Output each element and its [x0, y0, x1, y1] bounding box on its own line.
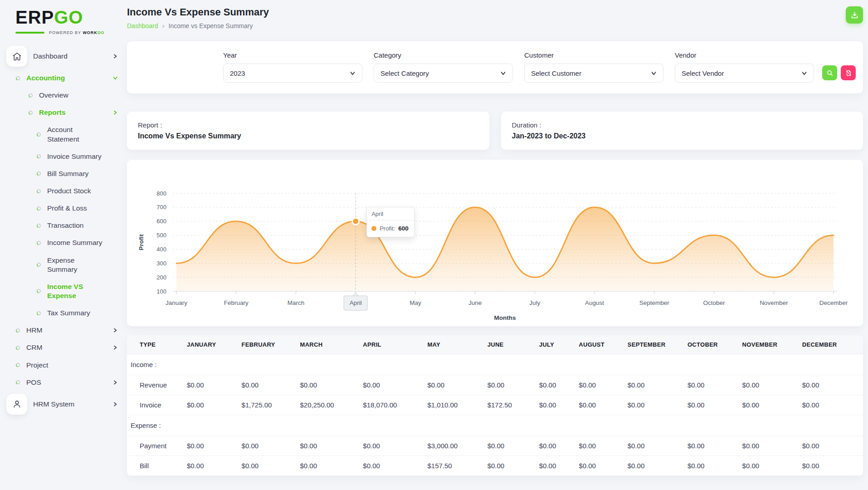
- sidebar-item-hrm-system[interactable]: HRM System: [0, 391, 127, 417]
- sidebar-item-overview[interactable]: Overview: [0, 87, 127, 104]
- apply-filter-button[interactable]: [822, 65, 837, 80]
- chevron-down-icon: [350, 70, 356, 76]
- table-section-row: Income :: [127, 354, 863, 375]
- svg-text:400: 400: [156, 246, 166, 253]
- svg-text:600: 600: [156, 218, 166, 225]
- sidebar-item-dashboard[interactable]: Dashboard: [0, 43, 127, 69]
- brand-underline: [15, 32, 44, 34]
- sidebar-item-label: Overview: [39, 91, 68, 100]
- main-content: Income Vs Expense Summary Dashboard › In…: [127, 0, 868, 490]
- cell-value: $0.00: [536, 436, 575, 456]
- sidebar-item-tax-summary[interactable]: Tax Summary: [0, 304, 127, 322]
- year-select[interactable]: 2023: [223, 64, 362, 83]
- cell-value: $0.00: [359, 375, 424, 395]
- brand-logo[interactable]: ERPGO: [0, 5, 127, 27]
- sidebar-item-expense-summary[interactable]: Expense Summary: [0, 252, 127, 278]
- cell-value: $0.00: [739, 436, 799, 456]
- sidebar-item-label: POS: [26, 378, 41, 387]
- x-axis-label: November: [760, 299, 788, 306]
- sidebar-item-label: Invoice Summary: [47, 152, 102, 161]
- category-select-value: Select Category: [380, 69, 429, 77]
- vendor-select[interactable]: Select Vendor: [675, 64, 814, 83]
- sidebar-item-label: HRM: [26, 326, 42, 335]
- cell-value: $0.00: [684, 375, 739, 395]
- sidebar-item-account-statement[interactable]: Account Statement: [0, 121, 127, 147]
- cell-value: $0.00: [238, 375, 297, 395]
- chart-tooltip: April Profit: 600: [366, 207, 414, 237]
- column-header-type: TYPE: [127, 335, 183, 354]
- svg-text:800: 800: [156, 190, 166, 197]
- column-header-april: APRIL: [359, 335, 424, 354]
- chevron-right-icon: [112, 328, 118, 333]
- cell-value: $0.00: [297, 375, 360, 395]
- x-axis-label: May: [410, 299, 421, 306]
- cell-value: $0.00: [575, 436, 624, 456]
- ring-icon: [36, 154, 41, 159]
- cell-value: $0.00: [424, 375, 483, 395]
- reset-filter-button[interactable]: [841, 65, 856, 80]
- profit-area-chart[interactable]: 100200300400500600700800JanuaryFebruaryM…: [134, 166, 858, 324]
- sidebar-item-pos[interactable]: POS: [0, 374, 127, 391]
- sidebar-item-reports[interactable]: Reports: [0, 104, 127, 121]
- sidebar-item-product-stock[interactable]: Product Stock: [0, 182, 127, 200]
- ring-icon: [28, 93, 33, 98]
- cell-value: $1,725.00: [238, 395, 297, 415]
- sidebar-item-label: Product Stock: [47, 186, 91, 196]
- chevron-right-icon: [112, 54, 118, 59]
- customer-label: Customer: [524, 51, 663, 59]
- income-expense-table-card: TYPEJANUARYFEBRUARYMARCHAPRILMAYJUNEJULY…: [127, 335, 863, 476]
- sidebar-menu: DashboardAccountingOverviewReportsAccoun…: [0, 43, 127, 417]
- page-header: Income Vs Expense Summary Dashboard › In…: [127, 6, 863, 29]
- x-axis-label: April: [350, 299, 362, 306]
- powered-by-label: Powered By: [49, 30, 81, 35]
- brand-logo-erp: ERP: [15, 7, 54, 27]
- sidebar-item-income-vs-expense[interactable]: Income VS Expense: [0, 278, 127, 304]
- vendor-select-value: Select Vendor: [682, 69, 724, 77]
- summary-cards: Report : Income Vs Expense Summary Durat…: [127, 112, 863, 150]
- user-icon: [6, 394, 27, 415]
- category-select[interactable]: Select Category: [374, 64, 513, 83]
- sidebar-item-bill-summary[interactable]: Bill Summary: [0, 165, 127, 182]
- duration-card: Duration : Jan-2023 to Dec-2023: [501, 112, 863, 150]
- column-header-march: MARCH: [297, 335, 360, 354]
- breadcrumb-separator-icon: ›: [162, 22, 165, 29]
- column-header-january: JANUARY: [183, 335, 238, 354]
- cell-value: $0.00: [359, 456, 424, 476]
- cell-value: $0.00: [799, 375, 863, 395]
- breadcrumb-dashboard-link[interactable]: Dashboard: [127, 22, 158, 29]
- ring-icon: [36, 206, 41, 211]
- cell-value: $0.00: [799, 395, 863, 415]
- sidebar-item-accounting[interactable]: Accounting: [0, 69, 127, 87]
- cell-value: $0.00: [536, 375, 575, 395]
- cell-value: $0.00: [799, 456, 863, 476]
- breadcrumb-current: Income vs Expense Summary: [169, 22, 253, 29]
- ring-icon: [15, 345, 20, 350]
- sidebar-item-income-summary[interactable]: Income Summary: [0, 234, 127, 251]
- cell-value: $0.00: [684, 395, 739, 415]
- series-dot-icon: [371, 226, 376, 231]
- customer-select[interactable]: Select Customer: [524, 64, 663, 83]
- sidebar-item-project[interactable]: Project: [0, 357, 127, 374]
- sidebar-item-invoice-summary[interactable]: Invoice Summary: [0, 148, 127, 165]
- x-axis-label: September: [639, 299, 670, 306]
- x-axis-label: October: [703, 299, 726, 306]
- download-button[interactable]: [846, 6, 863, 24]
- chevron-right-icon: [112, 402, 118, 407]
- sidebar-item-label: CRM: [26, 343, 42, 352]
- sidebar-item-transaction[interactable]: Transaction: [0, 217, 127, 234]
- sidebar-item-crm[interactable]: CRM: [0, 339, 127, 356]
- sidebar-item-label: Reports: [39, 108, 66, 117]
- cell-value: $0.00: [238, 436, 297, 456]
- ring-icon: [36, 223, 41, 228]
- sidebar-item-label: Dashboard: [33, 52, 68, 61]
- sidebar-item-profit-loss[interactable]: Profit & Loss: [0, 200, 127, 217]
- row-type: Revenue: [127, 375, 183, 395]
- ring-icon: [15, 76, 20, 81]
- cell-value: $0.00: [484, 456, 536, 476]
- column-header-december: DECEMBER: [799, 335, 863, 354]
- ring-icon: [36, 132, 41, 137]
- page-title: Income Vs Expense Summary: [127, 6, 269, 18]
- year-select-value: 2023: [230, 69, 245, 77]
- sidebar-item-hrm[interactable]: HRM: [0, 322, 127, 339]
- svg-text:300: 300: [156, 260, 166, 267]
